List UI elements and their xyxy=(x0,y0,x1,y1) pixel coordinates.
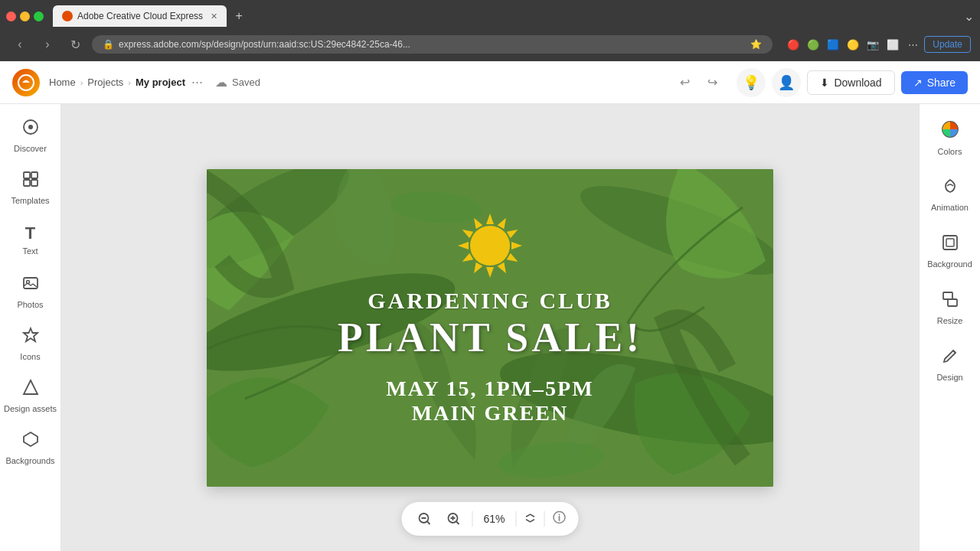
svg-rect-6 xyxy=(31,180,38,186)
background-icon xyxy=(941,233,959,256)
canvas-text-area[interactable]: GARDENING CLUB PLANT SALE! MAY 15, 1PM–5… xyxy=(207,288,773,425)
breadcrumb-current[interactable]: My project xyxy=(136,77,185,88)
saved-indicator: ☁ Saved xyxy=(215,75,260,90)
right-sidebar-design[interactable]: Design xyxy=(923,337,977,392)
browser-actions: 🔴 🟢 🟦 🟡 📷 ⬜ ⋯ Update xyxy=(785,36,971,53)
share-button[interactable]: ↗ Share xyxy=(901,71,968,94)
lightbulb-button[interactable]: 💡 xyxy=(737,68,766,97)
saved-label: Saved xyxy=(232,77,260,88)
svg-point-2 xyxy=(28,125,33,129)
svg-point-35 xyxy=(470,226,510,266)
right-sidebar-background[interactable]: Background xyxy=(923,223,977,279)
active-tab[interactable]: Adobe Creative Cloud Express ✕ xyxy=(53,5,227,27)
plant-sale-text[interactable]: PLANT SALE! xyxy=(207,314,773,361)
breadcrumb: Home › Projects › My project xyxy=(49,77,185,88)
svg-marker-9 xyxy=(24,328,38,341)
download-label: Download xyxy=(834,77,881,89)
sidebar-item-design-assets[interactable]: Design assets xyxy=(4,370,57,421)
svg-marker-25 xyxy=(507,226,520,238)
sidebar-item-photos-label: Photos xyxy=(17,300,43,309)
sidebar-item-templates[interactable]: Templates xyxy=(4,162,57,213)
svg-point-45 xyxy=(559,514,560,516)
refresh-button[interactable]: ↻ xyxy=(64,34,86,55)
tab-bar: Adobe Creative Cloud Express ✕ + ⌄ xyxy=(0,0,980,28)
breadcrumb-home[interactable]: Home xyxy=(49,77,76,88)
zoom-in-button[interactable] xyxy=(443,508,465,530)
redo-button[interactable]: ↪ xyxy=(700,70,724,95)
svg-marker-31 xyxy=(460,253,473,265)
svg-rect-13 xyxy=(946,239,954,246)
undo-button[interactable]: ↩ xyxy=(672,70,697,95)
right-sidebar-resize[interactable]: Resize xyxy=(923,280,977,335)
zoom-info-icon[interactable] xyxy=(553,510,567,527)
url-text: express.adobe.com/sp/design/post/urn:aai… xyxy=(119,39,746,50)
right-sidebar-animation-label: Animation xyxy=(931,203,969,212)
svg-rect-3 xyxy=(24,172,30,178)
design-canvas[interactable]: GARDENING CLUB PLANT SALE! MAY 15, 1PM–5… xyxy=(207,169,773,487)
right-sidebar-resize-label: Resize xyxy=(937,316,963,325)
sidebar-item-photos[interactable]: Photos xyxy=(4,266,57,317)
download-button[interactable]: ⬇ Download xyxy=(807,70,894,95)
sidebar-item-discover-label: Discover xyxy=(14,144,47,153)
date-text[interactable]: MAY 15, 1PM–5PM xyxy=(207,377,773,401)
zoom-out-button[interactable] xyxy=(414,508,436,530)
backgrounds-icon xyxy=(21,430,40,453)
svg-marker-34 xyxy=(471,216,483,229)
right-sidebar-animation[interactable]: Animation xyxy=(923,167,977,222)
screencapture-icon[interactable]: ⬜ xyxy=(884,36,901,53)
tab-manager-icon[interactable]: 🟦 xyxy=(825,36,841,53)
right-sidebar-colors-label: Colors xyxy=(938,147,962,156)
new-tab-button[interactable]: + xyxy=(230,7,248,25)
tab-close-icon[interactable]: ✕ xyxy=(211,11,217,21)
share-icon: ↗ xyxy=(913,77,923,89)
canvas-area[interactable]: GARDENING CLUB PLANT SALE! MAY 15, 1PM–5… xyxy=(61,104,919,551)
zoom-expand-icon[interactable] xyxy=(524,512,537,527)
collaborate-button[interactable]: 👤 xyxy=(772,68,801,97)
right-sidebar: Colors Animation Background Resize Desig… xyxy=(919,104,980,551)
app-logo xyxy=(12,69,40,96)
vpn-icon[interactable]: 🟢 xyxy=(805,36,822,53)
breadcrumb-projects[interactable]: Projects xyxy=(87,77,123,88)
gardening-club-text[interactable]: GARDENING CLUB xyxy=(207,288,773,314)
sun-element[interactable] xyxy=(452,207,528,287)
svg-marker-29 xyxy=(486,267,494,278)
forward-button[interactable]: › xyxy=(37,34,58,55)
extensions-icon[interactable]: 🔴 xyxy=(785,36,802,53)
minimize-window[interactable] xyxy=(20,11,30,21)
tab-title: Adobe Creative Cloud Express xyxy=(77,11,203,21)
svg-marker-28 xyxy=(498,262,510,275)
camera-icon[interactable]: 📷 xyxy=(864,36,881,53)
tab-favicon xyxy=(62,11,73,21)
location-text[interactable]: MAIN GREEN xyxy=(207,401,773,425)
sidebar-item-templates-label: Templates xyxy=(11,196,49,205)
sidebar-item-text-label: Text xyxy=(22,246,38,256)
design-pencil-icon xyxy=(941,347,959,370)
url-bar[interactable]: 🔒 express.adobe.com/sp/design/post/urn:a… xyxy=(92,35,773,54)
right-sidebar-colors[interactable]: Colors xyxy=(923,110,977,165)
sidebar-item-text[interactable]: T Text xyxy=(4,214,57,265)
svg-marker-33 xyxy=(460,226,473,238)
sidebar-item-backgrounds[interactable]: Backgrounds xyxy=(4,422,57,473)
svg-line-37 xyxy=(427,522,430,525)
right-sidebar-design-label: Design xyxy=(936,373,962,382)
maximize-window[interactable] xyxy=(34,11,44,21)
update-button[interactable]: Update xyxy=(924,36,971,53)
svg-marker-10 xyxy=(24,432,38,446)
close-window[interactable] xyxy=(6,11,16,21)
header-more-icon[interactable]: ··· xyxy=(191,74,203,90)
zoom-level[interactable]: 61% xyxy=(481,513,508,525)
sidebar-item-discover[interactable]: Discover xyxy=(4,110,57,161)
svg-rect-5 xyxy=(24,180,30,186)
tab-overflow-icon[interactable]: ⌄ xyxy=(964,9,974,24)
svg-marker-26 xyxy=(511,242,522,249)
sidebar-item-icons-label: Icons xyxy=(20,352,40,361)
sidebar-item-icons[interactable]: Icons xyxy=(4,318,57,369)
colors-icon xyxy=(940,119,960,144)
svg-marker-23 xyxy=(486,214,494,224)
svg-rect-4 xyxy=(31,172,38,178)
back-button[interactable]: ‹ xyxy=(9,34,31,55)
svg-marker-27 xyxy=(507,253,520,265)
more-icon[interactable]: ⋯ xyxy=(904,36,921,53)
templates-icon xyxy=(21,170,40,193)
password-icon[interactable]: 🟡 xyxy=(844,36,861,53)
